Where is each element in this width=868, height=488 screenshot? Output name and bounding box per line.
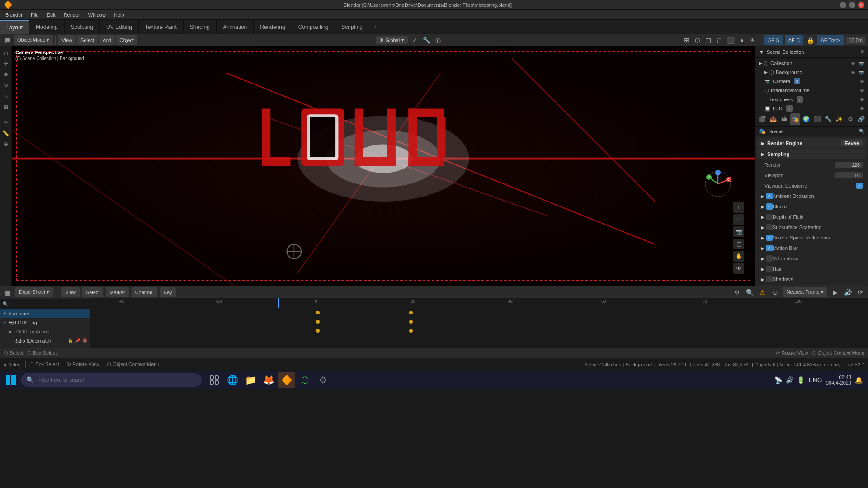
outliner-item-background[interactable]: ▶ ⬡ Background 👁 📷 — [755, 68, 868, 77]
outliner-item-textchess[interactable]: T Text.chess V 👁 — [755, 95, 868, 104]
tl-select-menu[interactable]: Select — [82, 287, 104, 297]
menu-edit[interactable]: Edit — [43, 11, 59, 19]
battery-icon[interactable]: 🔋 — [797, 376, 805, 384]
indirect-lighting-section[interactable]: ▼ Indirect Lighting — [757, 285, 866, 286]
notifications-icon[interactable]: 🔔 — [855, 376, 863, 384]
tab-layout[interactable]: Layout — [0, 20, 29, 34]
object-menu[interactable]: Object — [116, 35, 137, 45]
scene-props-icon[interactable]: 🎭 — [790, 113, 800, 125]
visibility-toggle[interactable]: 👁 — [851, 70, 855, 75]
select-tool-icon[interactable]: ◻ — [1, 48, 11, 58]
playhead[interactable] — [278, 298, 279, 308]
af-s-button[interactable]: AF-S — [764, 35, 783, 45]
tl-channel-menu[interactable]: Channel — [132, 287, 157, 297]
transform-icon[interactable]: ⤢ — [410, 35, 420, 45]
tl-select-label[interactable]: ⬡ Select — [4, 350, 24, 356]
start-button[interactable] — [2, 372, 20, 388]
sampling-section[interactable]: ▶ Sampling — [757, 149, 866, 159]
tl-summary-item[interactable]: ▼ Summary — [0, 309, 90, 318]
tab-animation[interactable]: Animation — [217, 20, 254, 34]
tab-compositing[interactable]: Compositing — [292, 20, 335, 34]
timeline-menu-icon[interactable]: ▤ — [3, 287, 13, 297]
language-indicator[interactable]: ENG — [808, 376, 822, 384]
view-layer-props-icon[interactable]: 🏔 — [779, 113, 789, 125]
object-mode-dropdown[interactable]: Object Mode ▾ — [14, 35, 53, 45]
firefox-button[interactable]: 🦊 — [260, 372, 277, 388]
viewport-value[interactable]: 16 — [835, 172, 863, 178]
tl-marker-menu[interactable]: Marker — [106, 287, 128, 297]
material-preview-icon[interactable]: ● — [737, 35, 747, 45]
menu-file[interactable]: File — [27, 11, 42, 19]
bloom-checkbox[interactable]: ✓ — [766, 203, 773, 210]
render-toggle[interactable]: 📷 — [859, 61, 864, 66]
visibility-toggle[interactable]: 👁 — [860, 97, 864, 102]
move-tool-icon[interactable]: ✥ — [1, 70, 11, 80]
tab-uv-editing[interactable]: UV Editing — [100, 20, 139, 34]
visibility-toggle[interactable]: 👁 — [860, 106, 864, 111]
object-props-icon[interactable]: ⬛ — [812, 113, 822, 125]
filter-icon[interactable]: ⚙ — [860, 49, 864, 54]
constraints-props-icon[interactable]: 🔗 — [856, 113, 866, 125]
solid-icon[interactable]: ⬛ — [726, 35, 736, 45]
cursor-tool-icon[interactable]: ✛ — [1, 59, 11, 69]
tl-search-icon[interactable]: 🔍 — [745, 287, 755, 297]
taskview-button[interactable] — [206, 372, 222, 388]
sss-checkbox[interactable]: ✓ — [766, 224, 773, 230]
gizmo-icon[interactable]: ⊞ — [682, 35, 692, 45]
menu-window[interactable]: Window — [85, 11, 109, 19]
transform-tool-icon[interactable]: ⊞ — [1, 102, 11, 112]
outliner-item-irradiance[interactable]: ⬡ IrradianceVolume 👁 — [755, 86, 868, 95]
tab-modeling[interactable]: Modeling — [29, 20, 65, 34]
particle-props-icon[interactable]: ✨ — [834, 113, 844, 125]
zoom-out-button[interactable]: − — [733, 214, 744, 225]
system-clock[interactable]: 08:43 06-04-2020 — [826, 375, 851, 385]
visibility-toggle[interactable]: 👁 — [860, 79, 864, 84]
menu-help[interactable]: Help — [110, 11, 128, 19]
render-engine-value[interactable]: Eevee — [841, 140, 863, 146]
nearest-frame-dropdown[interactable]: Nearest Frame ▾ — [783, 287, 827, 297]
network-icon[interactable]: 📡 — [774, 376, 782, 384]
dope-sheet-dropdown[interactable]: Dope Sheet ▾ — [15, 287, 53, 297]
pivot-dropdown[interactable]: ⊕ Global ▾ — [376, 36, 408, 44]
tab-shading[interactable]: Shading — [184, 20, 217, 34]
zoom-in-button[interactable]: + — [733, 202, 744, 213]
close-button[interactable]: ✕ — [858, 2, 864, 8]
add-menu[interactable]: Add — [99, 35, 115, 45]
unknown-app-button[interactable]: ⬡ — [297, 372, 313, 388]
modifier-props-icon[interactable]: 🔧 — [823, 113, 833, 125]
pan-button[interactable]: ✋ — [733, 251, 744, 262]
measure-tool-icon[interactable]: 📏 — [1, 128, 11, 138]
tl-box-select-label[interactable]: ⬡ Box Select — [27, 350, 57, 356]
ssr-checkbox[interactable]: ✓ — [766, 235, 773, 241]
explorer-button[interactable]: 📁 — [242, 372, 259, 388]
tab-texture-paint[interactable]: Texture Paint — [139, 20, 184, 34]
tl-key-menu[interactable]: Key — [160, 287, 176, 297]
tl-ratio-item[interactable]: Ratio (Decimate) 🔒 📌 🔇 — [0, 336, 90, 345]
view-menu[interactable]: View — [58, 35, 76, 45]
denoising-checkbox[interactable]: ✓ — [856, 183, 863, 189]
edge-button[interactable]: 🌐 — [224, 372, 241, 388]
outliner-item-collection[interactable]: ▶ ⬡ Collection 👁 📷 — [755, 59, 868, 68]
menu-blender[interactable]: Blender — [2, 11, 26, 19]
physics-props-icon[interactable]: ⚙ — [845, 113, 855, 125]
mb-checkbox[interactable]: ✓ — [766, 245, 773, 251]
ao-checkbox[interactable]: ✓ — [766, 193, 773, 199]
tl-rotate-label[interactable]: ⟳ Rotate View — [776, 350, 808, 356]
search-props-icon[interactable]: 🔍 — [859, 129, 864, 134]
blender-taskbar-button[interactable]: 🔶 — [278, 372, 295, 388]
tl-warning-icon[interactable]: ⚠ — [758, 287, 768, 297]
xray-icon[interactable]: ◫ — [703, 35, 713, 45]
tl-object-ctx-label[interactable]: ⬡ Object Context Menu — [812, 350, 864, 356]
tl-loud-og-item[interactable]: ▼ 📷 LOUD_og — [0, 318, 90, 327]
vol-checkbox[interactable]: ✓ — [766, 255, 773, 262]
menu-render[interactable]: Render — [60, 11, 84, 19]
viewport-menu-icon[interactable]: ▤ — [3, 35, 13, 45]
proportional-edit-icon[interactable]: ◎ — [433, 35, 443, 45]
viewport[interactable]: Camera Perspective (0) Scene Collection … — [12, 46, 755, 286]
tl-filter-icon[interactable]: ⚙ — [732, 287, 742, 297]
add-object-icon[interactable]: ⊕ — [1, 139, 11, 149]
camera-lock-icon[interactable]: 🔒 — [805, 35, 815, 45]
minimize-button[interactable]: ─ — [840, 2, 846, 8]
rotate-tool-icon[interactable]: ↻ — [1, 80, 11, 90]
af-track-button[interactable]: AF Track — [817, 35, 844, 45]
